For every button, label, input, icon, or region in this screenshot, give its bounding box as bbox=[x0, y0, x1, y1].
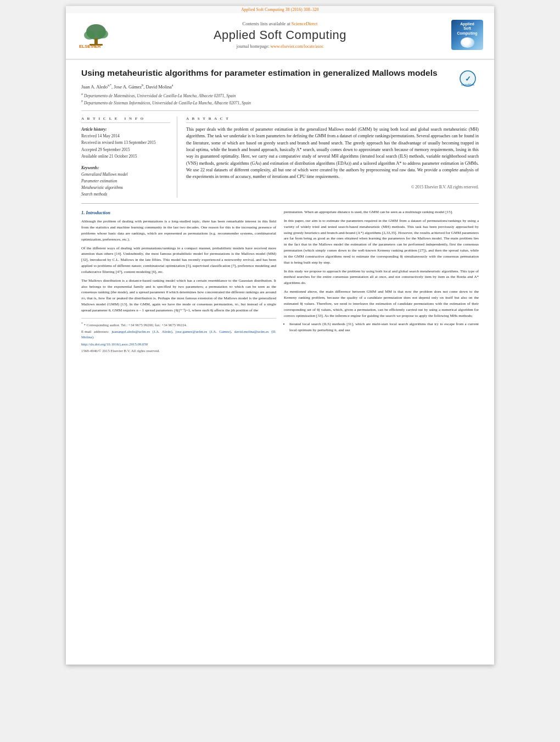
intro-p2: Of the different ways of dealing with pe… bbox=[81, 246, 276, 275]
affiliation-b: Departamento de Sistemas Informáticos, U… bbox=[84, 100, 251, 105]
intro-col2-p4: As mentioned above, the main difference … bbox=[284, 289, 479, 319]
crossmark-icon: ✓ CrossMark bbox=[459, 70, 477, 87]
available-date: Available online 21 October 2015 bbox=[81, 153, 170, 159]
page: Applied Soft Computing 38 (2016) 308–320 bbox=[66, 5, 494, 665]
bullet-ils: Iterated local search (ILS) methods [31]… bbox=[289, 321, 479, 333]
affiliation-a: Departamento de Matemáticas, Universidad… bbox=[84, 93, 236, 98]
section1-title: 1. Introduction bbox=[81, 209, 276, 216]
abstract-column: A B S T R A C T This paper deals with th… bbox=[186, 116, 479, 198]
authors-line: Juan A. Aledoa,*, Jose A. Gámezb, David … bbox=[81, 83, 453, 90]
footnote-section: * * Corresponding author. Tel.: +34 9675… bbox=[81, 318, 276, 354]
sciencedirect-label: Contents lists available at bbox=[243, 21, 290, 26]
homepage-label: journal homepage: bbox=[237, 44, 270, 49]
svg-text:CrossMark: CrossMark bbox=[461, 83, 475, 86]
intro-p3: The Mallows distribution is a distance-b… bbox=[81, 278, 276, 314]
journal-center: Contents lists available at ScienceDirec… bbox=[121, 21, 439, 49]
keywords-block: Keywords: Generalized Mallows model Para… bbox=[81, 165, 170, 198]
article-title-text: Using metaheuristic algorithms for param… bbox=[81, 68, 453, 106]
sciencedirect-line: Contents lists available at ScienceDirec… bbox=[121, 21, 439, 26]
section-divider bbox=[81, 203, 479, 204]
authors: Juan A. Aledoa,*, Jose A. Gámezb, David … bbox=[81, 84, 173, 90]
journal-title: Applied Soft Computing bbox=[121, 28, 439, 42]
affiliations: a Departamento de Matemáticas, Universid… bbox=[81, 92, 453, 106]
keyword-4: Search methods bbox=[81, 191, 170, 198]
svg-point-2 bbox=[84, 31, 95, 40]
mh-methods-list: Iterated local search (ILS) methods [31]… bbox=[289, 321, 479, 333]
journal-logo-box: Applied Soft Computing bbox=[445, 20, 483, 50]
footnote-emails: E-mail addresses: juanangel.aledo@uclm.e… bbox=[81, 329, 276, 340]
intro-col2-p3: In this study we propose to approach the… bbox=[284, 269, 479, 287]
doi-text: Applied Soft Computing 38 (2016) 308–320 bbox=[241, 7, 319, 12]
footnote-doi-link[interactable]: http://dx.doi.org/10.1016/j.asoc.2015.09… bbox=[81, 342, 148, 346]
sciencedirect-link[interactable]: ScienceDirect bbox=[292, 21, 318, 26]
article-info-section-label: A R T I C L E I N F O bbox=[81, 116, 170, 123]
homepage-line: journal homepage: www.elsevier.com/locat… bbox=[121, 44, 439, 49]
received-revised: Received in revised form 13 September 20… bbox=[81, 140, 170, 146]
footnote-email-label: E-mail addresses: bbox=[81, 330, 109, 333]
logo-badge-text: Applied Soft Computing bbox=[457, 22, 478, 36]
footnote-email-text[interactable]: juanangel.aledo@uclm.es (J.A. Aledo), jo… bbox=[81, 330, 276, 339]
elsevier-logo: ELSEVIER bbox=[77, 19, 115, 51]
article-content: Using metaheuristic algorithms for param… bbox=[66, 60, 494, 362]
history-label: Article history: bbox=[81, 126, 170, 132]
body-two-column: 1. Introduction Although the problem of … bbox=[81, 209, 479, 355]
intro-col2-p1-text: permutation. When an appropriate distanc… bbox=[284, 210, 453, 214]
body-col-2: permutation. When an appropriate distanc… bbox=[284, 209, 479, 355]
svg-text:ELSEVIER: ELSEVIER bbox=[79, 44, 101, 49]
article-info-column: A R T I C L E I N F O Article history: R… bbox=[81, 116, 177, 198]
keywords-label: Keywords: bbox=[81, 165, 170, 171]
keyword-1: Generalized Mallows model bbox=[81, 171, 170, 178]
abstract-paragraph: This paper deals with the problem of par… bbox=[186, 126, 479, 181]
footnote-corresponding-text: * Corresponding author. Tel.: +34 9675 9… bbox=[84, 323, 187, 327]
footnote-doi: http://dx.doi.org/10.1016/j.asoc.2015.09… bbox=[81, 342, 276, 347]
logo-badge-circle bbox=[461, 37, 474, 48]
keyword-3: Metaheuristic algorithms bbox=[81, 185, 170, 191]
received-date: Received 14 May 2014 bbox=[81, 133, 170, 139]
abstract-section-label: A B S T R A C T bbox=[186, 116, 479, 123]
homepage-link[interactable]: www.elsevier.com/locate/asoc bbox=[270, 44, 323, 49]
svg-point-3 bbox=[97, 30, 108, 38]
accepted-date: Accepted 29 September 2015 bbox=[81, 147, 170, 153]
crossmark-badge[interactable]: ✓ CrossMark bbox=[459, 68, 479, 106]
svg-text:✓: ✓ bbox=[465, 75, 471, 83]
footnote-issn: 1568-4946/© 2015 Elsevier B.V. All right… bbox=[81, 348, 276, 354]
intro-col2-p2: In this paper, our aim is to estimate th… bbox=[284, 218, 479, 266]
intro-col2-p1: permutation. When an appropriate distanc… bbox=[284, 209, 479, 215]
copyright: © 2015 Elsevier B.V. All rights reserved… bbox=[186, 184, 479, 191]
article-history: Article history: Received 14 May 2014 Re… bbox=[81, 126, 170, 159]
doi-bar: Applied Soft Computing 38 (2016) 308–320 bbox=[66, 5, 494, 13]
body-col-1: 1. Introduction Although the problem of … bbox=[81, 209, 276, 355]
article-title-section: Using metaheuristic algorithms for param… bbox=[81, 68, 479, 111]
intro-p1: Although the problem of dealing with per… bbox=[81, 219, 276, 242]
footnote-corresponding: * * Corresponding author. Tel.: +34 9675… bbox=[81, 321, 276, 328]
svg-rect-4 bbox=[94, 38, 98, 44]
article-title: Using metaheuristic algorithms for param… bbox=[81, 68, 453, 79]
abstract-text: This paper deals with the problem of par… bbox=[186, 126, 479, 191]
journal-header: ELSEVIER Contents lists available at Sci… bbox=[66, 13, 494, 60]
two-column-layout: A R T I C L E I N F O Article history: R… bbox=[81, 116, 479, 198]
keyword-2: Parameter estimation bbox=[81, 178, 170, 185]
journal-logo-badge: Applied Soft Computing bbox=[451, 20, 483, 50]
